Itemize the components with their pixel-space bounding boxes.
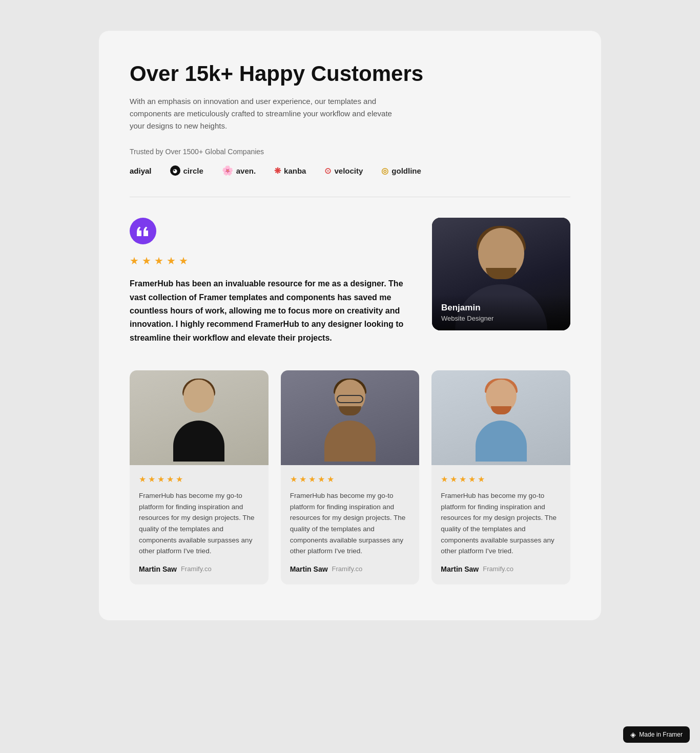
velocity-label: velocity [334, 166, 363, 175]
r3-star-2: ★ [450, 474, 457, 484]
reviews-grid: ★ ★ ★ ★ ★ FramerHub has become my go-to … [130, 370, 570, 584]
kanba-label: kanba [284, 166, 306, 175]
reviewer-company-2: Framify.co [332, 565, 363, 573]
velocity-icon: ⊙ [324, 166, 331, 176]
r3-star-1: ★ [441, 474, 448, 484]
review-content-3: ★ ★ ★ ★ ★ FramerHub has become my go-to … [431, 465, 570, 584]
featured-person-overlay: Benjamin Website Designer [432, 295, 570, 330]
reviewer-3-illustration [465, 374, 537, 462]
logos-row: adiyal ◕ circle 🌸 aven. ❋ kanba ⊙ veloci… [130, 165, 570, 176]
r1-star-2: ★ [148, 474, 155, 484]
featured-person-name: Benjamin [441, 303, 561, 313]
kanba-icon: ❋ [274, 166, 281, 176]
r3-star-5: ★ [478, 474, 485, 484]
goldline-label: goldline [392, 166, 421, 175]
featured-stars: ★ ★ ★ ★ ★ [130, 255, 411, 267]
circle-label: circle [183, 166, 203, 175]
review-text-1: FramerHub has become my go-to platform f… [139, 490, 259, 557]
logo-adiyal: adiyal [130, 166, 152, 175]
review-text-2: FramerHub has become my go-to platform f… [290, 490, 410, 557]
reviewer-info-1: Martin Saw Framify.co [139, 565, 259, 573]
review-card-2: ★ ★ ★ ★ ★ FramerHub has become my go-to … [281, 370, 420, 584]
r2-beard [339, 406, 361, 415]
r1-head [183, 380, 214, 413]
review-content-2: ★ ★ ★ ★ ★ FramerHub has become my go-to … [281, 465, 420, 584]
r2-star-4: ★ [318, 474, 325, 484]
review-photo-bg-1 [130, 370, 269, 465]
logo-aven: 🌸 aven. [222, 165, 256, 176]
star-3: ★ [154, 255, 163, 267]
circle-icon: ◕ [170, 165, 180, 176]
main-card: Over 15k+ Happy Customers With an emphas… [99, 31, 601, 620]
logo-circle: ◕ circle [170, 165, 203, 176]
r3-star-3: ★ [459, 474, 466, 484]
review-photo-bg-2 [281, 370, 420, 465]
reviewer-company-3: Framify.co [483, 565, 513, 573]
quote-icon [137, 226, 149, 236]
review-stars-3: ★ ★ ★ ★ ★ [441, 474, 561, 484]
trusted-label: Trusted by Over 1500+ Global Companies [130, 148, 570, 156]
r1-star-3: ★ [157, 474, 164, 484]
reviewer-name-2: Martin Saw [290, 565, 328, 573]
quote-icon-wrap [130, 218, 156, 244]
logo-kanba: ❋ kanba [274, 166, 306, 176]
adiyal-icon: adiyal [130, 166, 152, 175]
review-stars-1: ★ ★ ★ ★ ★ [139, 474, 259, 484]
reviewer-2-illustration [314, 374, 386, 462]
review-content-1: ★ ★ ★ ★ ★ FramerHub has become my go-to … [130, 465, 269, 584]
review-stars-2: ★ ★ ★ ★ ★ [290, 474, 410, 484]
reviewer-company-1: Framify.co [181, 565, 212, 573]
reviewer-name-3: Martin Saw [441, 565, 479, 573]
review-card-3: ★ ★ ★ ★ ★ FramerHub has become my go-to … [431, 370, 570, 584]
framer-badge[interactable]: ◈ Made in Framer [623, 726, 690, 743]
review-text-3: FramerHub has become my go-to platform f… [441, 490, 561, 557]
framer-badge-label: Made in Framer [639, 731, 683, 738]
r2-star-5: ★ [327, 474, 334, 484]
star-1: ★ [130, 255, 139, 267]
r1-star-5: ★ [176, 474, 183, 484]
r2-body [324, 421, 376, 462]
reviewer-1-illustration [163, 374, 235, 462]
goldline-icon: ◎ [381, 166, 388, 176]
r1-body [173, 421, 224, 462]
r2-star-3: ★ [308, 474, 316, 484]
aven-label: aven. [236, 166, 256, 175]
r3-star-4: ★ [468, 474, 476, 484]
logo-velocity: ⊙ velocity [324, 166, 363, 176]
r2-glasses [337, 395, 363, 403]
featured-quote-text: FramerHub has been an invaluable resourc… [130, 277, 411, 345]
featured-person-photo: Benjamin Website Designer [432, 218, 570, 330]
reviewer-info-3: Martin Saw Framify.co [441, 565, 561, 573]
review-card-1: ★ ★ ★ ★ ★ FramerHub has become my go-to … [130, 370, 269, 584]
subtitle-text: With an emphasis on innovation and user … [130, 95, 396, 132]
featured-testimonial: ★ ★ ★ ★ ★ FramerHub has been an invaluab… [130, 218, 570, 345]
r1-star-1: ★ [139, 474, 146, 484]
review-photo-1 [130, 370, 269, 465]
section-divider [130, 197, 570, 197]
featured-person-role: Website Designer [441, 315, 561, 322]
review-photo-3 [431, 370, 570, 465]
header-section: Over 15k+ Happy Customers With an emphas… [130, 61, 570, 176]
logo-goldline: ◎ goldline [381, 166, 421, 176]
page-title: Over 15k+ Happy Customers [130, 61, 570, 86]
featured-person-beard [486, 268, 517, 279]
framer-icon: ◈ [630, 730, 636, 739]
star-5: ★ [179, 255, 188, 267]
aven-icon: 🌸 [222, 165, 233, 176]
r3-beard [491, 406, 511, 414]
r2-star-2: ★ [299, 474, 306, 484]
star-2: ★ [142, 255, 151, 267]
review-photo-bg-3 [431, 370, 570, 465]
featured-photo-bg: Benjamin Website Designer [432, 218, 570, 330]
r3-body [476, 421, 527, 462]
star-4: ★ [167, 255, 176, 267]
reviewer-info-2: Martin Saw Framify.co [290, 565, 410, 573]
r1-star-4: ★ [167, 474, 174, 484]
reviewer-name-1: Martin Saw [139, 565, 177, 573]
review-photo-2 [281, 370, 420, 465]
r2-star-1: ★ [290, 474, 297, 484]
testimonial-left: ★ ★ ★ ★ ★ FramerHub has been an invaluab… [130, 218, 411, 345]
